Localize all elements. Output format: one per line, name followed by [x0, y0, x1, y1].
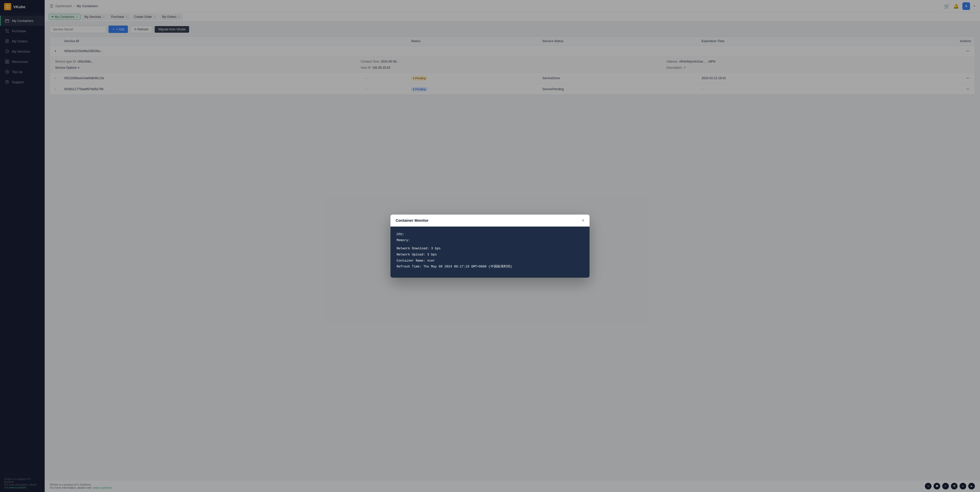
modal-body: CPU: Memory: Network Download: 3 bps Net…: [390, 227, 590, 278]
modal-header: Container Monitor ×: [390, 214, 590, 227]
modal-close-button[interactable]: ×: [582, 218, 584, 223]
modal-title: Container Monitor: [396, 218, 428, 222]
monitor-memory: Memory:: [396, 238, 584, 244]
monitor-network-download: Network Download: 3 bps: [396, 246, 584, 252]
container-monitor-modal: Container Monitor × CPU: Memory: Network…: [390, 214, 590, 278]
monitor-cpu: CPU:: [396, 232, 584, 238]
monitor-network-upload: Network Upload: 3 bps: [396, 252, 584, 258]
monitor-refresh-time: Refresh Time: Thu May 09 2024 00:17:19 G…: [396, 264, 584, 270]
modal-overlay[interactable]: Container Monitor × CPU: Memory: Network…: [0, 0, 980, 492]
monitor-container-name: Container Name: ncer: [396, 258, 584, 264]
